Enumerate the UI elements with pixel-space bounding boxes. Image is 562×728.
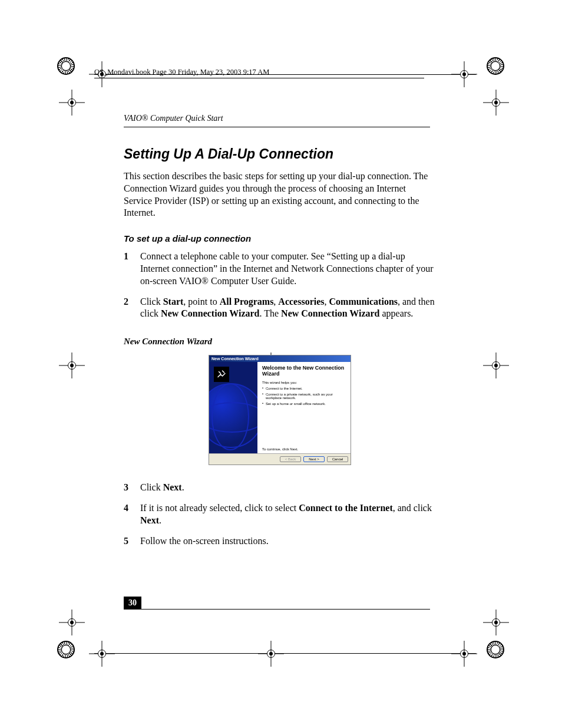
step-number: 1 [124,251,140,287]
page-number: 30 [124,597,141,610]
register-mark-icon [57,641,75,658]
steps-list-bottom: 3 Click Next. 4 If it is not already sel… [124,482,436,547]
wizard-screenshot: New Connection Wizard Welcome to the New… [209,355,351,465]
page-title: Setting Up A Dial-Up Connection [124,146,436,162]
wizard-body: Welcome to the New Connection Wizard Thi… [209,362,351,453]
step-item: 2 Click Start, point to All Programs, Ac… [124,296,436,321]
header-rule [124,127,430,127]
figure-caption: New Connection Wizard [124,337,436,347]
step-text: Click Start, point to All Programs, Acce… [140,296,436,321]
crosshair-icon [451,641,477,667]
crosshair-icon [483,610,509,635]
back-button[interactable]: < Back [280,456,301,462]
wizard-titlebar: New Connection Wizard [209,355,351,362]
step-text: Connect a telephone cable to your comput… [140,251,436,287]
page-content: QS_Mondavi.book Page 30 Friday, May 23, … [124,68,436,555]
plug-icon [216,369,227,380]
steps-list-top: 1 Connect a telephone cable to your comp… [124,251,436,320]
crosshair-icon [89,641,115,667]
book-filename-header: QS_Mondavi.book Page 30 Friday, May 23, … [94,68,424,78]
crosshair-icon [451,61,477,87]
step-number: 3 [124,482,140,494]
register-mark-icon [487,57,504,75]
wizard-bullets: Connect to the Internet. Connect to a pr… [262,387,346,407]
connection-icon [214,367,229,382]
wizard-heading: Welcome to the New Connection Wizard [262,365,346,377]
step-item: 3 Click Next. [124,482,436,494]
procedure-subhead: To set up a dial-up connection [124,233,436,243]
crosshair-icon [59,353,85,378]
register-mark-icon [57,57,75,75]
crosshair-icon [483,90,509,116]
footer-rule [141,609,430,610]
wizard-continue-text: To continue, click Next. [262,447,346,451]
wizard-footer: < Back Next > Cancel [209,453,351,465]
step-number: 4 [124,502,140,527]
step-number: 5 [124,535,140,548]
crosshair-icon [258,641,284,667]
wizard-bullet: Set up a home or small office network. [262,402,346,406]
wizard-side-graphic [209,362,257,453]
wizard-bullet: Connect to the Internet. [262,387,346,391]
globe-icon [209,383,257,448]
intro-paragraph: This section describes the basic steps f… [124,170,436,219]
wizard-help-text: This wizard helps you: [262,381,346,384]
step-text: Click Next. [140,482,184,494]
step-item: 5 Follow the on-screen instructions. [124,535,436,548]
crosshair-icon [483,353,509,378]
next-button[interactable]: Next > [303,456,325,462]
step-text: Follow the on-screen instructions. [140,535,269,548]
running-head: VAIO® Computer Quick Start [124,114,436,123]
wizard-content: Welcome to the New Connection Wizard Thi… [257,362,351,453]
step-text: If it is not already selected, click to … [140,502,436,527]
register-mark-icon [487,641,504,658]
cancel-button[interactable]: Cancel [327,456,348,462]
step-number: 2 [124,296,140,321]
step-item: 4 If it is not already selected, click t… [124,502,436,527]
crosshair-icon [59,610,85,635]
bottom-thin-rule [94,653,476,654]
step-item: 1 Connect a telephone cable to your comp… [124,251,436,287]
crosshair-icon [59,90,85,116]
wizard-bullet: Connect to a private network, such as yo… [262,393,346,400]
